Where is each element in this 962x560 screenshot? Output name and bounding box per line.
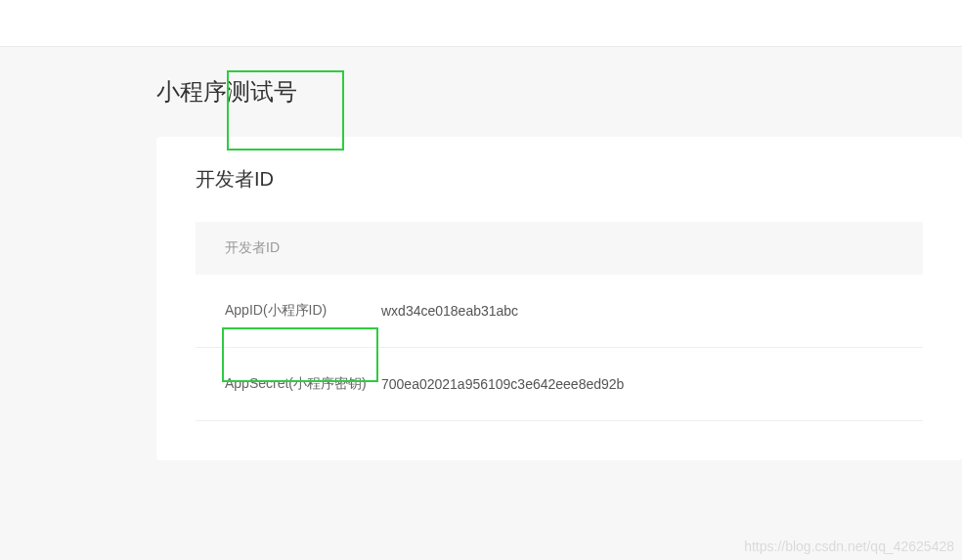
appid-value: wxd34ce018eab31abc xyxy=(381,303,518,319)
top-bar xyxy=(0,0,962,47)
appsecret-value: 700ea02021a956109c3e642eee8ed92b xyxy=(381,376,624,392)
section-title: 开发者ID xyxy=(196,166,923,193)
table-header-label: 开发者ID xyxy=(225,239,280,255)
developer-id-card: 开发者ID 开发者ID AppID(小程序ID) wxd34ce018eab31… xyxy=(156,137,962,460)
watermark: https://blog.csdn.net/qq_42625428 xyxy=(744,538,954,554)
appsecret-label: AppSecret(小程序密钥) xyxy=(225,375,381,393)
developer-id-table: 开发者ID AppID(小程序ID) wxd34ce018eab31abc Ap… xyxy=(196,222,923,421)
content-area: 小程序测试号 开发者ID 开发者ID AppID(小程序ID) wxd34ce0… xyxy=(0,47,962,460)
table-row: AppSecret(小程序密钥) 700ea02021a956109c3e642… xyxy=(196,348,923,421)
appid-label: AppID(小程序ID) xyxy=(225,302,381,320)
page-title: 小程序测试号 xyxy=(0,47,962,137)
table-row: AppID(小程序ID) wxd34ce018eab31abc xyxy=(196,275,923,348)
table-header: 开发者ID xyxy=(196,222,923,275)
